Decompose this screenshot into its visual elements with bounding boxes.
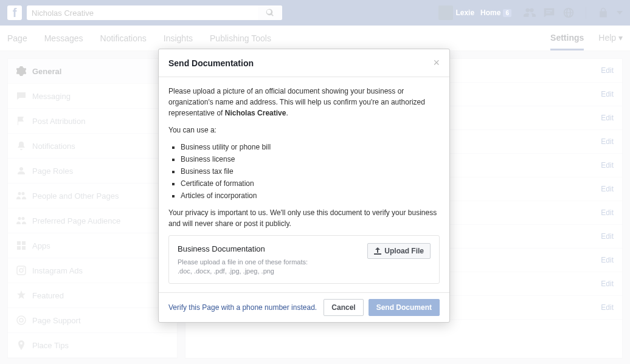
upload-sub1: Please upload a file in one of these for… <box>178 258 308 267</box>
dialog-title: Send Documentation <box>168 58 254 68</box>
upload-title: Business Documentation <box>178 243 308 255</box>
list-item: Business tax file <box>181 166 440 177</box>
upload-label: Upload File <box>384 247 424 255</box>
send-documentation-dialog: Send Documentation × Please upload a pic… <box>158 49 450 323</box>
dialog-body: Please upload a picture of an official d… <box>159 77 449 292</box>
cancel-button[interactable]: Cancel <box>324 299 363 316</box>
privacy-text: Your privacy is important to us. We'll o… <box>168 207 440 229</box>
close-button[interactable]: × <box>433 57 440 69</box>
dialog-header: Send Documentation × <box>159 49 449 77</box>
upload-file-button[interactable]: Upload File <box>367 243 431 259</box>
list-item: Business license <box>181 154 440 165</box>
verify-phone-link[interactable]: Verify this Page with a phone number ins… <box>168 303 317 312</box>
upload-box: Business Documentation Please upload a f… <box>168 235 440 284</box>
list-item: Business utility or phone bill <box>181 142 440 153</box>
document-list: Business utility or phone bill Business … <box>181 142 440 201</box>
upload-icon <box>374 247 381 255</box>
use-label: You can use a: <box>168 125 440 136</box>
upload-left: Business Documentation Please upload a f… <box>178 243 308 276</box>
list-item: Articles of incorporation <box>181 190 440 201</box>
intro-text: Please upload a picture of an official d… <box>168 86 440 118</box>
dialog-actions: Cancel Send Document <box>324 299 440 316</box>
dialog-footer: Verify this Page with a phone number ins… <box>159 292 449 322</box>
upload-sub2: .doc, .docx, .pdf, .jpg, .jpeg, .png <box>178 267 308 276</box>
send-document-button[interactable]: Send Document <box>369 299 440 316</box>
list-item: Certificate of formation <box>181 178 440 189</box>
